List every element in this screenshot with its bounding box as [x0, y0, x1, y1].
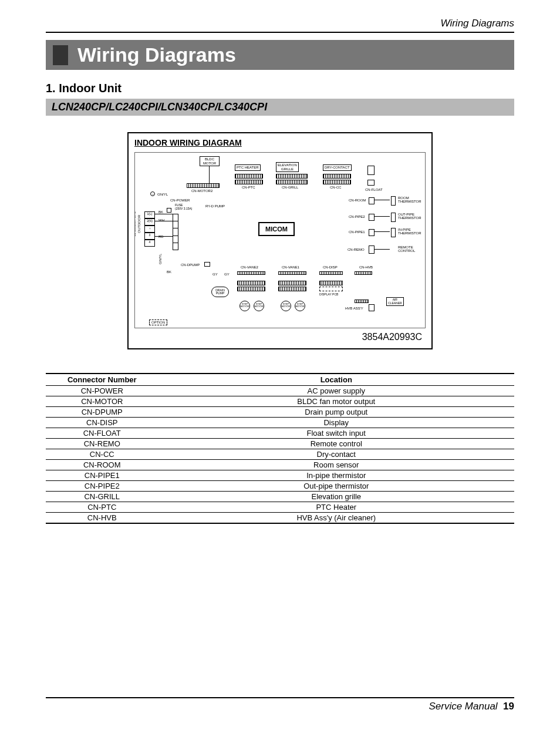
- label-cn-motor2: CN-MOTOR2: [191, 189, 212, 193]
- connector-strip: [278, 287, 306, 291]
- label-cn-vane1: CN-VANE1: [282, 265, 299, 269]
- running-header: Wiring Diagrams: [46, 18, 514, 33]
- table-row: CN-DISPDisplay: [46, 418, 514, 428]
- connector-strip-dashed: [319, 287, 343, 291]
- connector-strip: [323, 174, 351, 179]
- connector-float-ext: [367, 166, 375, 175]
- label-inpipe-thermistor: IN-PIPE THERMISTOR: [398, 228, 421, 235]
- label-cn-float: CN-FLOAT: [365, 188, 383, 191]
- thermistor-outpipe-icon: [391, 213, 396, 222]
- table-row: CN-PIPE2Out-pipe thermistor: [46, 481, 514, 492]
- thermistor-room-icon: [391, 196, 396, 206]
- label-wire-gy: GY: [224, 273, 230, 276]
- label-outpipe-thermistor: OUT-PIPE THERMISTOR: [398, 213, 421, 220]
- label-hvb-assy: HVB ASS'Y: [345, 307, 363, 310]
- connector-dpump: [204, 262, 210, 267]
- label-cn-grill: CN-GRILL: [282, 186, 298, 189]
- ground-symbol-icon: ⏚: [150, 191, 155, 196]
- table-row: CN-PIPE1In-pipe thermistor: [46, 470, 514, 481]
- block-step-motor: STEP MOTOR: [239, 301, 250, 311]
- table-row: CN-FLOATFloat switch input: [46, 428, 514, 439]
- connector-strip: [187, 183, 220, 188]
- table-row: CN-CCDry-contact: [46, 449, 514, 460]
- connector-pipe2: [369, 214, 375, 221]
- connector-strip: [278, 281, 306, 285]
- wiring-schematic: BLDC MOTOR PTC HEATER ELEVATION GRILLE D…: [134, 152, 426, 328]
- table-row: CN-MOTORBLDC fan motor output: [46, 396, 514, 407]
- connector-strip: [355, 300, 369, 303]
- connector-strip: [319, 281, 343, 285]
- label-wire-gy: GY: [212, 273, 218, 276]
- label-outdoor: OUTDOOR: [137, 215, 141, 233]
- table-row: CN-DPUMPDrain pump output: [46, 407, 514, 418]
- connector-strip: [235, 180, 263, 184]
- chapter-title-bar: Wiring Diagrams: [46, 40, 514, 70]
- label-display-pcb: DISPLAY PCB: [319, 292, 338, 296]
- block-elevation-grille: ELEVATION GRILLE: [276, 162, 299, 172]
- label-ry-d-pump: RY-D PUMP: [205, 204, 225, 208]
- block-micom: MICOM: [258, 222, 295, 236]
- table-header-connector: Connector Number: [46, 374, 158, 386]
- label-wire-rd: RD: [158, 235, 164, 238]
- label-cn-pipe1: CN-PIPE1: [349, 230, 365, 234]
- page-footer: Service Manual 19: [46, 697, 514, 712]
- chapter-title: Wiring Diagrams: [77, 43, 236, 66]
- label-cn-power: CN-POWER: [170, 199, 190, 202]
- table-row: CN-GRILLElevation grille: [46, 492, 514, 502]
- wiring-diagram-frame: INDOOR WIRING DIAGRAM BLDC MOTOR PTC HEA…: [127, 132, 433, 349]
- connector-strip: [276, 174, 308, 179]
- footer-label: Service Manual: [429, 701, 497, 712]
- connector-strip: [237, 287, 265, 291]
- table-row: CN-POWERAC power supply: [46, 386, 514, 396]
- block-bldc-motor: BLDC MOTOR: [200, 156, 220, 166]
- block-step-motor: STEP MOTOR: [295, 301, 305, 311]
- model-list-bar: LCN240CP/LC240CPI/LCN340CP/LC340CPI: [46, 99, 514, 116]
- label-wire-bk2: BK: [167, 270, 171, 274]
- label-wire-gnyl: GN/YL: [158, 254, 162, 264]
- table-row: CN-REMORemote control: [46, 439, 514, 449]
- table-header-location: Location: [158, 374, 514, 386]
- table-row: CN-PTCPTC Heater: [46, 502, 514, 513]
- label-cn-dpump: CN-DPUMP: [181, 263, 200, 267]
- connector-strip: [237, 271, 265, 275]
- label-remote-control: REMOTE CONTROL: [398, 245, 415, 253]
- connector-room: [369, 197, 375, 204]
- connector-float: [367, 180, 375, 186]
- thermistor-inpipe-icon: [391, 228, 396, 237]
- diagram-part-number: 3854A20993C: [134, 332, 426, 342]
- label-fuse: FUSE (250V 3.15A): [175, 203, 192, 210]
- terminal-3: 3: [144, 233, 155, 240]
- block-step-motor: STEP MOTOR: [281, 301, 291, 311]
- connector-pipe1: [369, 229, 375, 236]
- block-ptc-heater: PTC HEATER: [235, 164, 261, 171]
- label-cn-pipe2: CN-PIPE2: [349, 215, 365, 218]
- label-gnyl: GN/YL: [157, 193, 168, 196]
- connector-hvb-assy: [369, 304, 375, 311]
- label-cn-remo: CN-REMO: [348, 248, 365, 251]
- connector-strip: [235, 174, 263, 179]
- block-drain-pump: DRAIN PUMP: [211, 287, 229, 297]
- connector-power: [167, 208, 171, 213]
- label-cn-disp: CN-DISP: [323, 265, 338, 269]
- connector-strip: [278, 271, 306, 275]
- connector-strip: [276, 180, 308, 184]
- legend-option: OPTION: [149, 319, 167, 325]
- diagram-title: INDOOR WIRING DIAGRAM: [134, 138, 426, 147]
- label-cn-ptc: CN-PTC: [242, 186, 255, 189]
- table-row: CN-ROOMRoom sensor: [46, 460, 514, 470]
- connector-strip: [355, 271, 372, 275]
- table-row: CN-HVBHVB Ass'y (Air cleaner): [46, 513, 514, 524]
- connector-column-left: [173, 214, 178, 250]
- label-room-thermistor: ROOM THERMISTOR: [398, 196, 421, 203]
- title-accent-block: [53, 45, 68, 65]
- connector-strip: [323, 180, 351, 184]
- terminal-1l: 1(L): [144, 211, 155, 218]
- block-step-motor: STEP MOTOR: [254, 301, 264, 311]
- label-wire-wh: WH: [158, 218, 164, 222]
- label-power-spec: 1Ø 230/208V 60Hz: [134, 211, 136, 237]
- connector-strip: [237, 281, 265, 285]
- block-dry-contact: DRY-CONTACT: [323, 164, 352, 171]
- label-cn-room: CN-ROOM: [349, 199, 366, 202]
- terminal-2n: 2(N): [144, 218, 155, 226]
- terminal-4: 4: [144, 240, 155, 247]
